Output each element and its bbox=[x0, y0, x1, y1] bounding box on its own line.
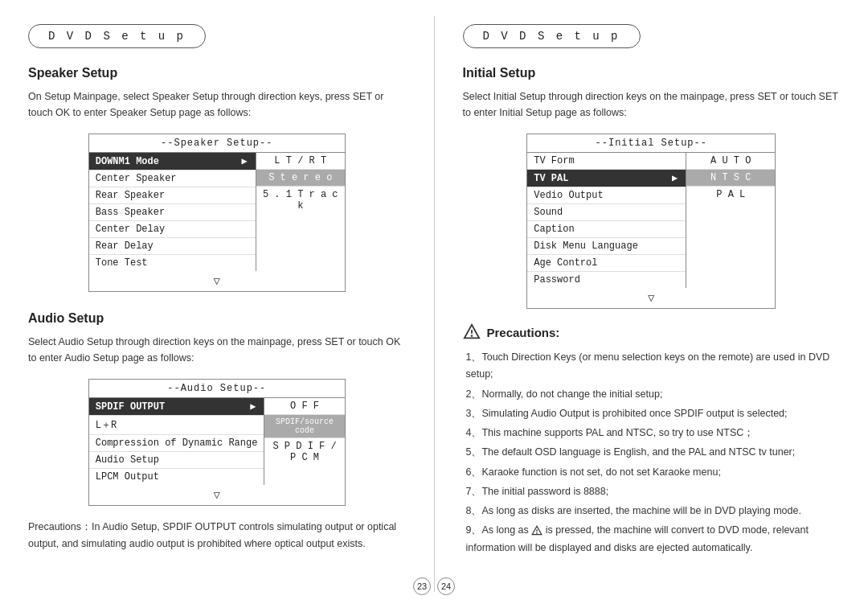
speaker-setup-heading: Speaker Setup bbox=[28, 66, 406, 80]
right-column: D V D S e t u p Initial Setup Select Ini… bbox=[435, 0, 869, 608]
initial-option-pal[interactable]: P A L bbox=[686, 187, 775, 203]
initial-menu-down-arrow: ▽ bbox=[527, 288, 775, 308]
precaution-item-8: 8、As long as disks are inserted, the mac… bbox=[466, 503, 841, 520]
initial-row-disk-menu[interactable]: Disk Menu Language bbox=[527, 238, 686, 255]
speaker-option-51track[interactable]: 5 . 1 T r a c k bbox=[256, 187, 345, 214]
initial-menu-left: TV Form TV PAL ▶ Vedio Output Sound Capt… bbox=[527, 153, 686, 288]
dvd-setup-title-right: D V D S e t u p bbox=[463, 24, 641, 48]
arrow-icon-tvpal: ▶ bbox=[672, 172, 678, 184]
speaker-menu-down-arrow: ▽ bbox=[89, 271, 345, 291]
speaker-row-center-delay[interactable]: Center Delay bbox=[89, 221, 256, 238]
svg-point-1 bbox=[471, 335, 472, 336]
speaker-row-rear[interactable]: Rear Speaker bbox=[89, 187, 256, 204]
audio-row-audio-setup[interactable]: Audio Setup bbox=[89, 452, 264, 469]
precaution-item-6: 6、Karaoke function is not set, do not se… bbox=[466, 464, 841, 481]
speaker-row-center[interactable]: Center Speaker bbox=[89, 170, 256, 187]
initial-menu-title: --Initial Setup-- bbox=[527, 134, 775, 153]
page-number-24: 24 bbox=[437, 577, 455, 595]
speaker-menu-content: DOWNM1 Mode ▶ Center Speaker Rear Speake… bbox=[89, 153, 345, 271]
down-arrow-icon-audio: ▽ bbox=[214, 489, 220, 502]
audio-precautions-note: Precautions：In Audio Setup, SPDIF OUTPUT… bbox=[28, 519, 406, 553]
audio-option-spdif-pcm[interactable]: S P D I F / P C M bbox=[264, 438, 344, 466]
speaker-setup-section: Speaker Setup On Setup Mainpage, select … bbox=[28, 66, 406, 292]
down-arrow-icon: ▽ bbox=[214, 275, 220, 288]
precautions-section: Precautions: 1、Touch Direction Keys (or … bbox=[463, 323, 841, 557]
triangle-press-icon bbox=[531, 525, 542, 536]
speaker-setup-body: On Setup Mainpage, select Speaker Setup … bbox=[28, 88, 406, 121]
audio-menu-down-arrow: ▽ bbox=[89, 485, 345, 505]
initial-setup-heading: Initial Setup bbox=[463, 66, 841, 80]
initial-row-age[interactable]: Age Control bbox=[527, 255, 686, 272]
initial-row-caption[interactable]: Caption bbox=[527, 221, 686, 238]
speaker-menu-title: --Speaker Setup-- bbox=[89, 134, 345, 153]
initial-row-sound[interactable]: Sound bbox=[527, 204, 686, 221]
initial-row-vedio[interactable]: Vedio Output bbox=[527, 187, 686, 204]
precautions-title: Precautions: bbox=[463, 323, 841, 341]
initial-menu-box: --Initial Setup-- TV Form TV PAL ▶ Vedio… bbox=[526, 134, 776, 309]
audio-menu-content: SPDIF OUTPUT ▶ L＋R Compression of Dynami… bbox=[89, 398, 345, 485]
initial-row-password[interactable]: Password bbox=[527, 272, 686, 288]
speaker-row-rear-delay[interactable]: Rear Delay bbox=[89, 238, 256, 255]
warning-icon bbox=[463, 323, 481, 341]
page-numbers: 23 24 bbox=[413, 577, 455, 595]
precaution-item-2: 2、Normally, do not change the initial se… bbox=[466, 386, 841, 403]
speaker-row-downm1[interactable]: DOWNM1 Mode ▶ bbox=[89, 153, 256, 170]
initial-setup-section: Initial Setup Select Initial Setup throu… bbox=[463, 66, 841, 309]
initial-row-tvpal[interactable]: TV PAL ▶ bbox=[527, 170, 686, 187]
initial-menu-right: A U T O N T S C P A L bbox=[686, 153, 775, 288]
precaution-item-7: 7、The initial password is 8888; bbox=[466, 483, 841, 500]
arrow-icon-spdif: ▶ bbox=[250, 401, 256, 413]
precaution-item-3: 3、Simulating Audio Output is prohibited … bbox=[466, 405, 841, 422]
precaution-item-9: 9、As long as is pressed, the machine wil… bbox=[466, 522, 841, 557]
audio-option-off[interactable]: O F F bbox=[264, 398, 344, 415]
svg-point-3 bbox=[537, 533, 538, 534]
speaker-option-stereo[interactable]: S t e r e o bbox=[256, 170, 345, 187]
precaution-item-5: 5、The default OSD language is English, a… bbox=[466, 444, 841, 461]
initial-option-ntsc[interactable]: N T S C bbox=[686, 170, 775, 187]
audio-menu-left: SPDIF OUTPUT ▶ L＋R Compression of Dynami… bbox=[89, 398, 265, 485]
initial-row-tvform[interactable]: TV Form bbox=[527, 153, 686, 170]
audio-menu-box: --Audio Setup-- SPDIF OUTPUT ▶ L＋R Compr… bbox=[88, 379, 346, 506]
speaker-option-lt-rt[interactable]: L T / R T bbox=[256, 153, 345, 170]
precautions-list: 1、Touch Direction Keys (or menu selectio… bbox=[463, 349, 841, 557]
audio-setup-body: Select Audio Setup through direction key… bbox=[28, 334, 406, 366]
audio-row-lpcm[interactable]: LPCM Output bbox=[89, 469, 264, 485]
precaution-item-1: 1、Touch Direction Keys (or menu selectio… bbox=[466, 349, 841, 384]
audio-row-lr[interactable]: L＋R bbox=[89, 416, 264, 435]
page-number-23: 23 bbox=[413, 577, 431, 595]
audio-menu-right: O F F SPDIF/source code S P D I F / P C … bbox=[264, 398, 344, 485]
initial-option-auto[interactable]: A U T O bbox=[686, 153, 775, 170]
arrow-icon: ▶ bbox=[242, 155, 248, 167]
audio-menu-title: --Audio Setup-- bbox=[89, 380, 345, 398]
down-arrow-icon-initial: ▽ bbox=[648, 292, 654, 305]
speaker-menu-right: L T / R T S t e r e o 5 . 1 T r a c k bbox=[256, 153, 345, 271]
speaker-row-tone[interactable]: Tone Test bbox=[89, 255, 256, 271]
left-column: D V D S e t u p Speaker Setup On Setup M… bbox=[0, 0, 434, 608]
precaution-item-4: 4、This machine supports PAL and NTSC, so… bbox=[466, 425, 841, 442]
audio-row-compression[interactable]: Compression of Dynamic Range bbox=[89, 435, 264, 452]
initial-menu-content: TV Form TV PAL ▶ Vedio Output Sound Capt… bbox=[527, 153, 775, 288]
speaker-menu-left: DOWNM1 Mode ▶ Center Speaker Rear Speake… bbox=[89, 153, 256, 271]
precautions-label: Precautions: bbox=[487, 326, 560, 339]
initial-setup-body: Select Initial Setup through direction k… bbox=[463, 88, 841, 121]
audio-row-spdif[interactable]: SPDIF OUTPUT ▶ bbox=[89, 398, 264, 416]
audio-option-spdif-source[interactable]: SPDIF/source code bbox=[264, 415, 344, 438]
speaker-menu-box: --Speaker Setup-- DOWNM1 Mode ▶ Center S… bbox=[88, 134, 346, 292]
dvd-setup-title-left: D V D S e t u p bbox=[28, 24, 206, 48]
audio-setup-section: Audio Setup Select Audio Setup through d… bbox=[28, 311, 406, 553]
audio-setup-heading: Audio Setup bbox=[28, 311, 406, 326]
speaker-row-bass[interactable]: Bass Speaker bbox=[89, 204, 256, 221]
